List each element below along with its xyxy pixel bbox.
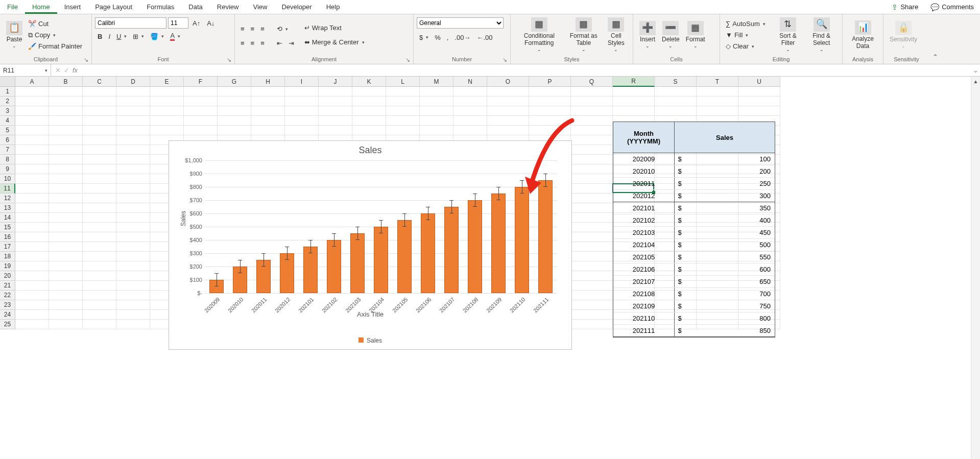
cell[interactable] — [184, 106, 218, 116]
cell[interactable] — [655, 96, 697, 106]
table-row[interactable]: 202103$450 — [613, 227, 775, 239]
row-header-20[interactable]: 20 — [0, 271, 15, 281]
cell[interactable] — [49, 232, 83, 242]
cell[interactable] — [49, 242, 83, 252]
scroll-up-button[interactable]: ▲ — [971, 77, 980, 86]
cell[interactable] — [487, 116, 529, 126]
align-bottom-button[interactable]: ≡ — [258, 23, 267, 35]
cell[interactable] — [49, 320, 83, 329]
cell[interactable] — [571, 145, 613, 155]
cell[interactable] — [49, 145, 83, 155]
increase-decimal-button[interactable]: .00→ — [452, 32, 473, 43]
cell[interactable] — [319, 87, 352, 96]
cell[interactable] — [571, 310, 613, 320]
share-button[interactable]: ⇪Share — [886, 0, 924, 14]
row-header-1[interactable]: 1 — [0, 87, 15, 96]
cell[interactable] — [49, 126, 83, 135]
column-header-T[interactable]: T — [697, 77, 738, 87]
borders-button[interactable]: ⊞ — [130, 31, 147, 42]
cell[interactable] — [15, 155, 49, 164]
cell[interactable] — [386, 126, 420, 135]
cell[interactable] — [420, 96, 453, 106]
cell[interactable] — [571, 106, 613, 116]
cell[interactable] — [49, 281, 83, 291]
row-header-16[interactable]: 16 — [0, 232, 15, 242]
column-header-P[interactable]: P — [529, 77, 571, 87]
cell[interactable] — [83, 291, 116, 300]
cell[interactable] — [453, 126, 487, 135]
table-row[interactable]: 202105$550 — [613, 251, 775, 263]
cell[interactable] — [83, 155, 116, 164]
cell[interactable] — [738, 87, 780, 96]
cell[interactable] — [251, 116, 285, 126]
vertical-scrollbar[interactable]: ▲ — [971, 77, 980, 459]
cell[interactable] — [116, 261, 150, 271]
cell[interactable] — [15, 87, 49, 96]
cell[interactable] — [218, 106, 251, 116]
cell[interactable] — [15, 116, 49, 126]
cell[interactable] — [571, 261, 613, 271]
cell[interactable] — [571, 281, 613, 291]
table-row[interactable]: 202012$300 — [613, 190, 775, 202]
cell[interactable] — [15, 203, 49, 213]
table-row[interactable]: 202108$700 — [613, 288, 775, 300]
column-header-O[interactable]: O — [487, 77, 529, 87]
cell[interactable] — [738, 106, 780, 116]
accounting-format-button[interactable]: $ — [417, 32, 431, 43]
row-header-22[interactable]: 22 — [0, 291, 15, 300]
sort-filter-button[interactable]: ⇅Sort & Filter⌄ — [772, 16, 804, 53]
cell[interactable] — [83, 300, 116, 310]
row-header-4[interactable]: 4 — [0, 116, 15, 126]
cell[interactable] — [420, 87, 453, 96]
cell[interactable] — [116, 87, 150, 96]
cell[interactable] — [420, 126, 453, 135]
cell[interactable] — [49, 194, 83, 203]
cell[interactable] — [15, 96, 49, 106]
row-header-21[interactable]: 21 — [0, 281, 15, 291]
insert-cells-button[interactable]: ➕Insert⌄ — [636, 20, 659, 50]
cell[interactable] — [285, 96, 319, 106]
cell[interactable] — [116, 213, 150, 223]
cell[interactable] — [15, 126, 49, 135]
cell[interactable] — [420, 106, 453, 116]
embedded-chart[interactable]: Sales Sales $-$100$200$300$400$500$600$7… — [169, 140, 572, 350]
decrease-decimal-button[interactable]: ←.00 — [474, 32, 495, 43]
cell-styles-button[interactable]: ▦Cell Styles⌄ — [603, 16, 630, 53]
cell[interactable] — [116, 126, 150, 135]
autosum-button[interactable]: ∑AutoSum — [723, 18, 768, 30]
cell[interactable] — [738, 96, 780, 106]
row-header-25[interactable]: 25 — [0, 320, 15, 329]
row-header-9[interactable]: 9 — [0, 164, 15, 174]
underline-button[interactable]: U — [114, 31, 129, 42]
column-header-R[interactable]: R — [613, 77, 655, 87]
cell[interactable] — [116, 96, 150, 106]
row-header-8[interactable]: 8 — [0, 155, 15, 164]
fill-color-button[interactable]: 🪣 — [148, 31, 166, 42]
font-name-select[interactable] — [95, 17, 166, 29]
cut-button[interactable]: ✂️Cut — [26, 18, 85, 30]
cell[interactable] — [116, 164, 150, 174]
cell[interactable] — [15, 184, 49, 194]
italic-button[interactable]: I — [106, 31, 113, 42]
column-header-S[interactable]: S — [655, 77, 697, 87]
merge-center-button[interactable]: ⬌Merge & Center — [302, 37, 367, 48]
table-row[interactable]: 202111$850 — [613, 325, 775, 337]
cell[interactable] — [571, 271, 613, 281]
cell[interactable] — [49, 106, 83, 116]
find-select-button[interactable]: 🔍Find & Select⌄ — [804, 16, 839, 53]
column-header-K[interactable]: K — [352, 77, 386, 87]
column-header-H[interactable]: H — [251, 77, 285, 87]
tab-help[interactable]: Help — [319, 0, 347, 14]
cell[interactable] — [15, 232, 49, 242]
cell[interactable] — [697, 106, 738, 116]
cell[interactable] — [116, 242, 150, 252]
cell[interactable] — [15, 106, 49, 116]
cell[interactable] — [487, 126, 529, 135]
cell[interactable] — [49, 271, 83, 281]
cell[interactable] — [571, 252, 613, 261]
cell[interactable] — [83, 271, 116, 281]
column-header-E[interactable]: E — [150, 77, 184, 87]
cell[interactable] — [83, 164, 116, 174]
row-header-18[interactable]: 18 — [0, 252, 15, 261]
formula-bar-input[interactable] — [82, 64, 971, 76]
